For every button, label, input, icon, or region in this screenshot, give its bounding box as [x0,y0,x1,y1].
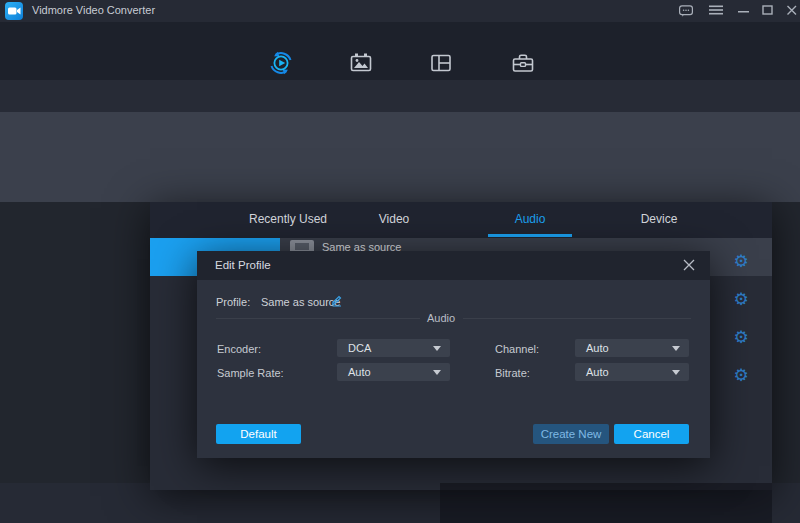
edit-profile-name-icon[interactable] [330,293,344,311]
section-title: Audio [427,312,455,324]
bitrate-value: Auto [586,366,609,378]
create-new-button[interactable]: Create New [533,424,609,444]
profile-tab-video[interactable]: Video [379,212,409,226]
profile-value: Same as source [261,296,340,308]
cancel-button[interactable]: Cancel [614,424,689,444]
window-title: Vidmore Video Converter [32,4,155,16]
toolbar: + Add Files Converting Converted Convert… [0,80,800,112]
menu-icon[interactable] [708,4,724,18]
active-profile-tab-underline [488,234,572,237]
maximize-icon[interactable] [760,4,776,18]
channel-value: Auto [586,342,609,354]
sample-rate-label: Sample Rate: [217,367,284,379]
app-logo-icon [5,2,23,20]
bitrate-label: Bitrate: [495,367,530,379]
sample-rate-dropdown[interactable]: Auto [337,363,450,381]
feedback-icon[interactable] [678,4,694,18]
dialog-header: Edit Profile [197,251,710,280]
encoder-value: DCA [348,342,371,354]
close-window-icon[interactable] [784,4,800,18]
gear-icon[interactable]: ⚙ [731,366,751,386]
channel-label: Channel: [495,343,539,355]
gear-icon[interactable]: ⚙ [731,328,751,348]
bitrate-dropdown[interactable]: Auto [575,363,689,381]
app-window: Vidmore Video Converter [0,0,800,523]
profile-label: Profile: [216,296,250,308]
profile-tabs: Recently Used Video Audio Device [150,202,772,238]
main-nav: Converter MV Col [0,22,800,80]
toolbox-icon [510,50,536,80]
sample-rate-value: Auto [348,366,371,378]
encoder-dropdown[interactable]: DCA [337,339,450,357]
edit-profile-dialog: Edit Profile Profile: Same as source Aud… [197,251,710,458]
bitrate-caret-icon [672,370,680,375]
panel-shadow [440,483,772,523]
gear-icon[interactable]: ⚙ [731,252,751,272]
file-row: ♫ Source: Funny Cal...ggers.mp3 i | 00:1… [0,112,800,202]
collage-icon [428,50,454,80]
profile-tab-recently-used[interactable]: Recently Used [249,212,327,226]
gear-icon[interactable]: ⚙ [731,290,751,310]
section-divider-right [463,318,691,319]
converter-icon [268,50,294,80]
channel-caret-icon [672,346,680,351]
sample-rate-caret-icon [433,370,441,375]
mv-icon [348,50,374,80]
profile-tab-device[interactable]: Device [641,212,678,226]
dialog-title: Edit Profile [215,259,271,271]
title-bar: Vidmore Video Converter [0,0,800,22]
encoder-caret-icon [433,346,441,351]
profile-tab-audio[interactable]: Audio [515,212,546,226]
encoder-label: Encoder: [217,343,261,355]
minimize-icon[interactable] [736,4,752,18]
channel-dropdown[interactable]: Auto [575,339,689,357]
dialog-close-icon[interactable] [682,258,696,276]
default-button[interactable]: Default [216,424,301,444]
section-divider-left [216,318,420,319]
